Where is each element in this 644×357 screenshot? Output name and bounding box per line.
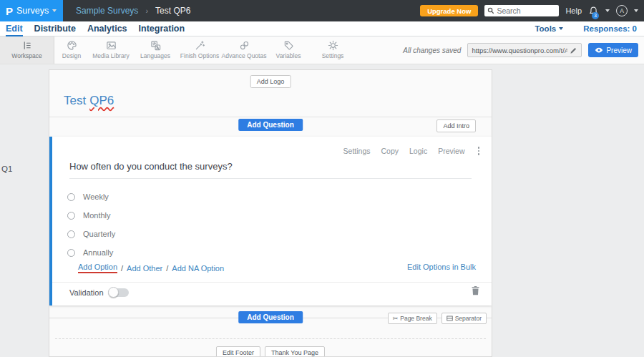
workspace-icon [21, 40, 32, 51]
product-menu-label: Surveys [16, 6, 49, 16]
breadcrumb: Sample Surveys › Test QP6 [76, 6, 190, 16]
toolbar-item-languages[interactable]: Languages [133, 36, 177, 64]
survey-title[interactable]: TestQP6 [64, 94, 114, 108]
toolbar-item-label: Design [62, 52, 81, 59]
insert-controls: ✂ Page Break Separator [388, 313, 487, 324]
edit-options-in-bulk-link[interactable]: Edit Options in Bulk [407, 263, 476, 271]
tag-icon [283, 40, 294, 51]
toolbar-item-settings[interactable]: Settings [311, 36, 355, 64]
trash-icon[interactable] [471, 285, 480, 295]
validation-row: Validation [69, 288, 129, 297]
answer-option-row: Weekly [67, 192, 109, 201]
chevron-down-icon[interactable] [634, 9, 638, 12]
chain-links-icon [239, 40, 250, 51]
question-copy-link[interactable]: Copy [381, 147, 399, 155]
breadcrumb-current-survey: Test QP6 [155, 6, 190, 16]
question-preview-link[interactable]: Preview [438, 147, 464, 155]
survey-nav: Edit Distribute Analytics Integration To… [0, 21, 644, 36]
toolbar-right: All changes saved Preview [403, 36, 644, 64]
chevron-down-icon [52, 9, 57, 12]
avatar[interactable]: A [616, 5, 628, 16]
tab-analytics[interactable]: Analytics [87, 24, 127, 34]
survey-url-box[interactable] [467, 43, 582, 57]
app-window: P Surveys Sample Surveys › Test QP6 Upgr… [0, 0, 644, 357]
validation-label: Validation [69, 288, 104, 297]
question-logic-link[interactable]: Logic [409, 147, 427, 155]
survey-page: Add Logo TestQP6 Add Question Add Intro … [49, 69, 492, 357]
question-text[interactable]: How often do you conduct the surveys? [69, 161, 472, 179]
toolbar-item-label: Variables [276, 52, 301, 59]
magic-wand-icon [195, 40, 205, 51]
validation-toggle[interactable] [109, 288, 129, 297]
tab-distribute[interactable]: Distribute [34, 24, 76, 34]
survey-url-input[interactable] [472, 47, 567, 54]
palette-icon [67, 40, 77, 51]
radio-button[interactable] [67, 230, 75, 238]
radio-button[interactable] [67, 212, 75, 220]
eye-icon [595, 47, 603, 53]
thank-you-page-button[interactable]: Thank You Page [265, 346, 325, 357]
toolbar-item-variables[interactable]: Variables [266, 36, 311, 64]
answer-option-row: Quarterly [67, 230, 115, 238]
breadcrumb-folder[interactable]: Sample Surveys [76, 6, 138, 16]
tab-integration[interactable]: Integration [139, 24, 185, 34]
autosave-status: All changes saved [403, 47, 461, 54]
preview-button[interactable]: Preview [588, 43, 638, 57]
toolbar-item-label: Finish Options [180, 52, 219, 59]
add-question-button-bottom[interactable]: Add Question [238, 311, 303, 323]
edit-footer-button[interactable]: Edit Footer [216, 346, 260, 357]
radio-button[interactable] [67, 249, 75, 257]
search-input[interactable] [497, 6, 556, 15]
product-switcher[interactable]: P Surveys [0, 0, 63, 21]
kebab-menu-icon[interactable] [476, 146, 482, 156]
answer-option-label[interactable]: Quarterly [83, 230, 115, 238]
questionpro-logo: P [6, 6, 13, 16]
toolbar-item-workspace[interactable]: Workspace [0, 36, 54, 64]
add-logo-button[interactable]: Add Logo [250, 75, 291, 88]
gear-icon [328, 40, 338, 51]
survey-title-flagged-word: QP6 [89, 94, 114, 107]
upgrade-now-button[interactable]: Upgrade Now [420, 5, 478, 16]
separator-button[interactable]: Separator [441, 313, 487, 324]
notifications-button[interactable]: 3 [588, 6, 599, 16]
question-menu: Settings Copy Logic Preview [343, 146, 482, 156]
add-question-button-top[interactable]: Add Question [238, 119, 303, 131]
tools-menu[interactable]: Tools [535, 24, 563, 33]
answer-option-label[interactable]: Annually [83, 248, 113, 257]
top-bar: P Surveys Sample Surveys › Test QP6 Upgr… [0, 0, 644, 21]
responses-count[interactable]: Responses: 0 [583, 24, 637, 33]
page-break-button[interactable]: ✂ Page Break [388, 313, 437, 324]
answer-option-label[interactable]: Monthly [83, 211, 111, 220]
add-intro-button[interactable]: Add Intro [436, 119, 476, 132]
add-option-link[interactable]: Add Option [78, 263, 117, 273]
link-separator: / [121, 264, 123, 273]
tab-edit[interactable]: Edit [6, 24, 23, 34]
search-box[interactable] [484, 5, 559, 16]
survey-editor-canvas: Q1 Add Logo TestQP6 Add Question Add Int… [0, 64, 644, 357]
toolbar-item-finish-options[interactable]: Finish Options [177, 36, 222, 64]
help-link[interactable]: Help [565, 6, 582, 15]
divider [49, 117, 492, 117]
radio-button[interactable] [67, 193, 75, 201]
add-other-link[interactable]: Add Other [127, 264, 162, 273]
answer-option-label[interactable]: Weekly [83, 192, 109, 201]
survey-title-text: Test [64, 94, 86, 107]
nav-right: Tools Responses: 0 [535, 24, 638, 33]
scissors-icon: ✂ [393, 315, 399, 322]
pencil-icon[interactable] [570, 47, 577, 54]
add-na-option-link[interactable]: Add NA Option [172, 264, 224, 273]
tools-label: Tools [535, 24, 556, 33]
footer-controls: Edit Footer Thank You Page [216, 346, 325, 357]
toolbar-item-label: Languages [140, 52, 170, 59]
toolbar-item-design[interactable]: Design [54, 36, 89, 64]
toggle-knob [108, 287, 119, 298]
toolbar-item-advance-quotas[interactable]: Advance Quotas [222, 36, 266, 64]
footer-dashed-divider [55, 338, 486, 339]
avatar-initial: A [620, 7, 624, 14]
preview-label: Preview [606, 47, 632, 54]
chevron-down-icon[interactable] [605, 9, 610, 12]
question-settings-link[interactable]: Settings [343, 147, 371, 155]
notification-badge: 3 [592, 12, 599, 19]
question-number-label: Q1 [1, 165, 12, 173]
toolbar-item-media-library[interactable]: Media Library [89, 36, 133, 64]
